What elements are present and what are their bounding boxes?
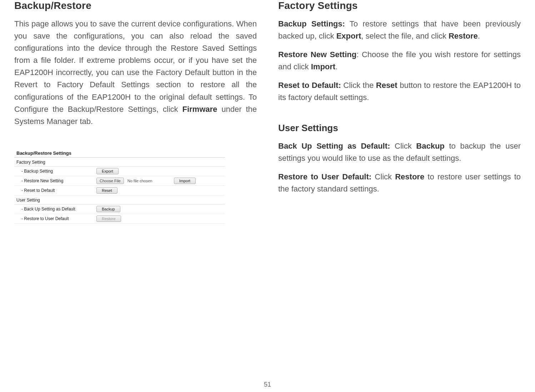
bold-reset: Reset [376, 81, 398, 90]
bold-restore-word: Restore [395, 172, 424, 181]
choose-file-button[interactable]: Choose File [96, 178, 124, 184]
import-button[interactable]: Import [174, 178, 196, 184]
text-p3-t1: Click the [341, 81, 376, 90]
para-restore-new-setting: Restore New Setting: Choose the file you… [278, 49, 521, 73]
label-backup-setting: - Backup Setting [16, 169, 96, 174]
backup-restore-settings-panel: Backup/Restore Settings Factory Setting … [14, 149, 225, 224]
bold-restore-user-default: Restore to User Default: [278, 172, 371, 181]
para-backup-settings: Backup Settings: To restore settings tha… [278, 18, 521, 42]
para-restore-user-default: Restore to User Default: Click Restore t… [278, 171, 521, 195]
no-file-chosen-text: No file chosen [126, 179, 172, 183]
bold-restore-new-setting: Restore New Setting [278, 50, 356, 59]
backup-button[interactable]: Backup [96, 206, 120, 212]
restore-button[interactable]: Restore [96, 215, 121, 222]
page-number: 51 [0, 381, 535, 388]
heading-user-settings: User Settings [278, 123, 521, 134]
row-backup-setting: - Backup Setting Export [14, 167, 225, 176]
row-restore-new-setting: - Restore New Setting Choose File No fil… [14, 176, 225, 186]
row-restore-user-default: - Restore to User Default Restore [14, 214, 225, 224]
panel-title: Backup/Restore Settings [14, 149, 225, 158]
para-backup-as-default: Back Up Setting as Default: Click Backup… [278, 140, 521, 164]
group-factory-setting: Factory Setting [14, 158, 225, 167]
para-bold-firmware: Firmware [182, 105, 217, 114]
bold-backup-as-default: Back Up Setting as Default: [278, 142, 390, 150]
bold-export: Export [336, 31, 361, 40]
label-reset-to-default: - Reset to Default [16, 188, 96, 193]
para-reset-to-default: Reset to Default: Click the Reset button… [278, 79, 521, 104]
reset-button[interactable]: Reset [96, 187, 118, 194]
export-button[interactable]: Export [96, 168, 119, 174]
para-pre: This page allows you to save the current… [14, 19, 257, 114]
label-restore-user-default: - Restore to User Default [16, 216, 96, 221]
label-backup-as-default: - Back Up Setting as Default [16, 207, 96, 212]
backup-restore-paragraph: This page allows you to save the current… [14, 18, 257, 128]
heading-factory-settings: Factory Settings [278, 0, 521, 11]
bold-reset-to-default: Reset to Default: [278, 81, 341, 90]
bold-backup-settings: Backup Settings: [278, 19, 345, 28]
bold-import: Import [311, 62, 335, 71]
text-p2-t2: . [335, 62, 338, 71]
bold-backup: Backup [416, 142, 444, 150]
group-user-setting: User Setting [14, 195, 225, 204]
text-p4-t1: Click [390, 142, 416, 150]
label-restore-new-setting: - Restore New Setting [16, 178, 96, 183]
heading-backup-restore: Backup/Restore [14, 0, 257, 11]
row-backup-as-default: - Back Up Setting as Default Backup [14, 204, 225, 214]
text-p5-t1: Click [371, 172, 395, 181]
row-reset-to-default: - Reset to Default Reset [14, 186, 225, 195]
text-p1-t3: . [478, 31, 480, 40]
bold-restore: Restore [449, 31, 478, 40]
text-p1-t2: , select the file, and click [361, 31, 449, 40]
